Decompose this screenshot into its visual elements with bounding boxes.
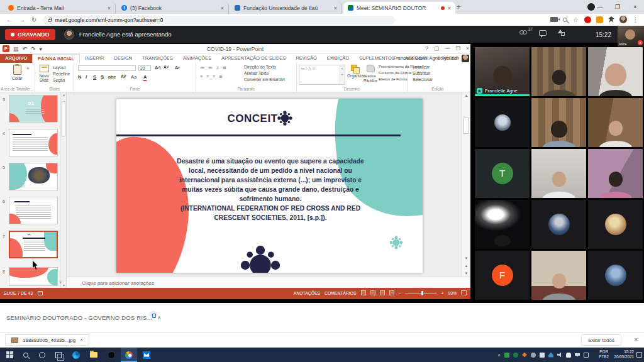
scroll-down-icon[interactable]: ▼ — [462, 256, 470, 260]
participant-tile[interactable] — [531, 47, 586, 96]
tray-icon-green[interactable] — [504, 353, 509, 358]
new-slide-button[interactable]: Novo Slide — [36, 65, 52, 82]
underline-button[interactable]: S — [93, 74, 96, 80]
participant-tile[interactable] — [588, 251, 643, 300]
grow-font-button[interactable]: A˄ — [155, 65, 161, 70]
ribbon-tab-design[interactable]: DESIGN — [109, 54, 138, 63]
scrollbar-thumb[interactable] — [464, 118, 469, 134]
participant-tile[interactable] — [531, 200, 586, 249]
slide-thumbnail-3[interactable]: 01 — [9, 95, 58, 123]
taskbar-edge[interactable] — [68, 348, 84, 362]
extension-red-icon[interactable] — [584, 16, 591, 23]
char-spacing-button[interactable]: AV — [121, 74, 126, 79]
download-item[interactable]: 188883005_40335...jpg ∧ — [5, 334, 89, 346]
tray-icon-blue[interactable] — [548, 353, 553, 358]
section-button[interactable]: Seção — [53, 78, 65, 82]
quick-styles-button[interactable]: Estilos Rápidos — [362, 65, 379, 82]
ribbon-tab-animacoes[interactable]: ANIMAÇÕES — [178, 54, 216, 63]
zoom-in-icon[interactable]: + — [441, 291, 443, 295]
ppt-help-icon[interactable]: ? — [425, 45, 428, 52]
shapes-gallery-scrollbar[interactable]: ▴▾ — [340, 65, 345, 84]
taskbar-media-app[interactable] — [103, 348, 119, 362]
ppt-ribbon-options-icon[interactable]: ▢ — [434, 45, 439, 52]
bookmark-star-icon[interactable]: ☆ — [572, 16, 579, 23]
shape-effects-button[interactable]: Efeitos de Forma — [379, 77, 408, 81]
taskbar-clock[interactable]: 15:2220/05/2021 — [614, 349, 634, 359]
touch-keyboard-icon[interactable] — [584, 353, 589, 358]
change-case-button[interactable]: Aa — [131, 74, 136, 80]
language-indicator[interactable]: PORPTB2 — [599, 349, 609, 359]
back-icon[interactable]: ← — [6, 16, 13, 23]
shapes-gallery[interactable]: ▭○△☆ ▴▾ — [299, 65, 345, 85]
ribbon-tab-arquivo[interactable]: ARQUIVO — [0, 54, 32, 63]
window-minimize-button[interactable]: — — [591, 0, 609, 14]
tab-meet-active[interactable]: Meet: SEMINÁRIO DOUTOR × — [343, 2, 455, 14]
tab-close-icon[interactable]: × — [448, 5, 451, 11]
tab-close-icon[interactable]: × — [221, 5, 224, 11]
alignment-icons[interactable]: ≡ ≡ ≡ ≣ — [200, 74, 224, 79]
participant-tile[interactable] — [475, 98, 530, 147]
zoom-level[interactable]: 93% — [448, 291, 457, 295]
activities-icon[interactable] — [558, 30, 565, 36]
ppt-minimize-icon[interactable]: — — [445, 45, 450, 52]
notification-center-icon[interactable] — [636, 352, 642, 358]
slide-thumbnail-8[interactable] — [9, 267, 58, 286]
participant-tile[interactable]: T — [475, 149, 530, 198]
extension-orange-icon[interactable] — [596, 16, 603, 23]
ppt-titlebar[interactable]: P ▤ ↶ ↷ ▾ COVID-19 - PowerPoint ? ▢ — ❐ … — [0, 44, 470, 54]
font-size-combo[interactable]: 20 — [138, 65, 151, 71]
slideshow-view-icon[interactable] — [389, 290, 394, 295]
search-icon[interactable] — [563, 18, 567, 22]
show-all-downloads-button[interactable]: Exibir todos — [581, 334, 621, 346]
cortana-button[interactable] — [34, 348, 50, 362]
participant-tile[interactable] — [531, 98, 586, 147]
paste-button[interactable]: Colar — [9, 65, 25, 80]
slide-sorter-view-icon[interactable] — [370, 290, 375, 295]
thumbnail-panel-scrollbar[interactable]: ▲ ▼ — [60, 92, 66, 288]
scroll-up-icon[interactable]: ▲ — [61, 93, 67, 97]
reset-button[interactable]: Redefinir — [53, 72, 70, 76]
clear-formatting-button[interactable]: A̷ — [175, 65, 178, 70]
ribbon-tab-exibicao[interactable]: EXIBIÇÃO — [322, 54, 354, 63]
italic-button[interactable]: I — [86, 74, 87, 80]
browser-avatar[interactable] — [619, 16, 627, 23]
window-close-button[interactable]: × — [626, 0, 644, 14]
cut-icon[interactable]: × — [26, 65, 30, 71]
new-tab-button[interactable]: + — [457, 3, 461, 11]
notes-collapse-icon[interactable]: ∨ — [59, 280, 62, 284]
download-menu-chevron-icon[interactable]: ∧ — [80, 337, 83, 343]
find-button[interactable]: Localizar — [413, 65, 430, 69]
tab-close-icon[interactable]: × — [334, 5, 337, 11]
ppt-restore-icon[interactable]: ❐ — [455, 45, 460, 52]
slide-thumbnail-6[interactable] — [9, 197, 58, 224]
tray-clipboard-icon[interactable] — [540, 353, 545, 358]
annotations-toggle[interactable]: ANOTAÇÕES — [294, 291, 320, 295]
strikethrough-button[interactable]: abc — [108, 74, 116, 80]
tray-expand-icon[interactable]: ∧ — [497, 353, 501, 358]
taskbar-file-explorer[interactable] — [86, 348, 102, 362]
meeting-title[interactable]: SEMINÁRIO DOUTORADO - GOVERNO DOS RIS...… — [6, 314, 161, 321]
participant-tile[interactable] — [531, 251, 586, 300]
forward-icon[interactable]: → — [19, 16, 25, 23]
scroll-up-icon[interactable]: ▲ — [462, 94, 470, 97]
font-name-combo[interactable] — [78, 65, 136, 71]
slide-thumbnail-5[interactable] — [9, 163, 58, 190]
ppt-close-icon[interactable]: × — [466, 45, 469, 52]
participant-tile-francielle[interactable]: Francielle Agne — [475, 47, 530, 96]
layout-button[interactable]: Layout — [53, 65, 65, 70]
slide-canvas[interactable]: CONCEIT Desastre é uma situação ou event… — [116, 99, 423, 273]
slide-scrollbar[interactable]: ▲ ▼ ▲ ▼ — [462, 92, 470, 277]
address-bar[interactable]: meet.google.com/smf-zumm-qon?authuser=0 — [43, 16, 395, 25]
normal-view-icon[interactable] — [361, 290, 366, 295]
reload-icon[interactable]: ↻ — [31, 16, 36, 23]
extensions-pin-icon[interactable] — [608, 16, 614, 23]
reading-view-icon[interactable] — [380, 290, 385, 295]
chat-icon[interactable] — [539, 30, 547, 36]
slide-thumbnail-4[interactable] — [9, 129, 58, 156]
participant-tile[interactable]: F — [475, 251, 530, 300]
participant-tile[interactable] — [588, 200, 643, 249]
ribbon-tab-inserir[interactable]: INSERIR — [80, 54, 109, 63]
text-direction-button[interactable]: Direção do Texto — [244, 65, 276, 69]
fit-to-window-icon[interactable] — [461, 290, 467, 295]
network-icon[interactable] — [575, 353, 580, 358]
